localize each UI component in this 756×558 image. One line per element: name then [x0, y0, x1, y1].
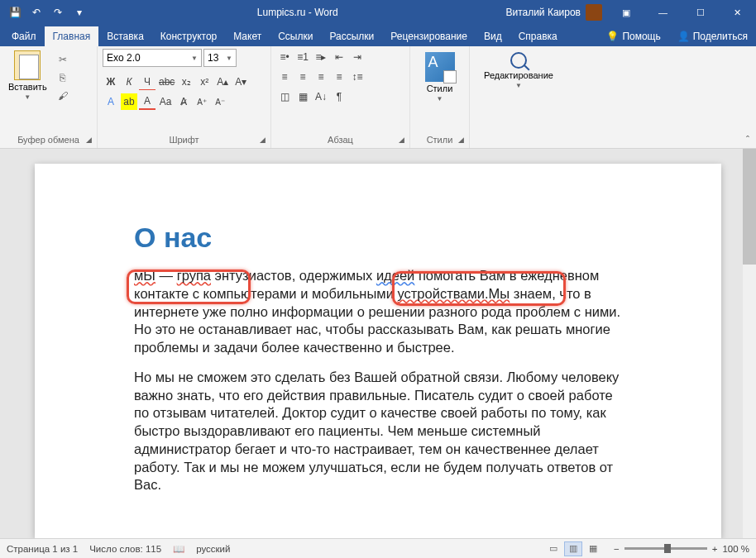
- zoom-level[interactable]: 100 %: [722, 544, 749, 554]
- word-count[interactable]: Число слов: 115: [89, 544, 161, 554]
- text-effects-button[interactable]: A: [103, 93, 119, 110]
- paragraph-2: Но мы не сможем это сделать без Вашей об…: [134, 369, 630, 494]
- search-icon: [510, 52, 527, 69]
- tab-references[interactable]: Ссылки: [270, 26, 321, 46]
- tab-view[interactable]: Вид: [476, 26, 510, 46]
- close-icon[interactable]: ✕: [719, 0, 756, 25]
- zoom-controls: − + 100 %: [614, 544, 749, 554]
- scrollbar-thumb[interactable]: [743, 149, 756, 265]
- sort-button[interactable]: A↓: [313, 88, 329, 105]
- tell-me-button[interactable]: 💡Помощь: [598, 26, 668, 46]
- underline-button[interactable]: Ч: [139, 74, 156, 90]
- align-center-button[interactable]: ≡: [294, 69, 311, 85]
- superscript-button[interactable]: x²: [196, 74, 213, 90]
- multilevel-button[interactable]: ≡▸: [313, 49, 329, 65]
- group-editing: Редактирование ▼: [470, 46, 567, 148]
- shrink-font-button[interactable]: A▾: [232, 74, 249, 90]
- titlebar: 💾 ↶ ↷ ▾ Lumpics.ru - Word Виталий Каиров…: [0, 0, 756, 25]
- decrease-indent-button[interactable]: ⇤: [331, 49, 347, 65]
- font-color-button[interactable]: A: [139, 93, 156, 110]
- heading: О нас: [134, 222, 630, 254]
- print-layout-icon[interactable]: ▥: [564, 541, 582, 556]
- subscript-button[interactable]: x₂: [178, 74, 194, 90]
- document-page[interactable]: О нас мЫ — група энтузиастов, одержимых …: [35, 164, 721, 538]
- change-case-button[interactable]: Aa: [157, 93, 174, 110]
- tab-design[interactable]: Конструктор: [152, 26, 225, 46]
- tab-file[interactable]: Файл: [3, 26, 45, 46]
- chevron-down-icon: ▼: [515, 82, 522, 89]
- view-buttons: ▭ ▥ ▦: [544, 541, 602, 556]
- bold-button[interactable]: Ж: [103, 74, 119, 90]
- share-button[interactable]: 👤Поделиться: [669, 26, 756, 46]
- char-shading-button[interactable]: A⁺: [194, 93, 210, 110]
- zoom-slider[interactable]: [624, 547, 707, 550]
- group-paragraph: ≡• ≡1 ≡▸ ⇤ ⇥ ≡ ≡ ≡ ≡ ↕≡ ◫ ▦ A↓ ¶ Абзац◢: [271, 46, 410, 148]
- chevron-down-icon: ▼: [24, 93, 31, 101]
- paste-button[interactable]: Вставить ▼: [5, 49, 50, 103]
- undo-icon[interactable]: ↶: [28, 7, 45, 18]
- web-layout-icon[interactable]: ▦: [584, 541, 602, 556]
- read-mode-icon[interactable]: ▭: [544, 541, 562, 556]
- numbering-button[interactable]: ≡1: [294, 49, 311, 65]
- styles-icon: [425, 52, 455, 82]
- zoom-handle[interactable]: [664, 544, 671, 553]
- proofing-icon[interactable]: 📖: [173, 543, 184, 555]
- borders-button[interactable]: ▦: [294, 88, 311, 105]
- font-name-combo[interactable]: Exo 2.0▼: [103, 49, 202, 67]
- bullets-button[interactable]: ≡•: [276, 49, 293, 65]
- lightbulb-icon: 💡: [606, 31, 619, 42]
- shading-button[interactable]: ◫: [276, 88, 293, 105]
- justify-button[interactable]: ≡: [331, 69, 347, 85]
- qat-customize-icon[interactable]: ▾: [71, 7, 88, 18]
- collapse-ribbon-icon[interactable]: ˆ: [746, 135, 749, 146]
- page-indicator[interactable]: Страница 1 из 1: [7, 544, 78, 554]
- avatar-icon: [586, 4, 602, 21]
- statusbar: Страница 1 из 1 Число слов: 115 📖 русски…: [0, 538, 756, 558]
- grow-font-button[interactable]: A▴: [214, 74, 231, 90]
- tab-home[interactable]: Главная: [45, 26, 99, 46]
- language-indicator[interactable]: русский: [196, 544, 230, 554]
- tab-layout[interactable]: Макет: [225, 26, 270, 46]
- clipboard-launcher-icon[interactable]: ◢: [86, 136, 92, 144]
- increase-indent-button[interactable]: ⇥: [349, 49, 366, 65]
- ribbon-display-icon[interactable]: ▣: [607, 0, 644, 25]
- user-account[interactable]: Виталий Каиров: [500, 4, 607, 21]
- styles-launcher-icon[interactable]: ◢: [458, 136, 464, 144]
- minimize-icon[interactable]: —: [644, 0, 682, 25]
- font-launcher-icon[interactable]: ◢: [260, 136, 266, 144]
- group-clipboard: Вставить ▼ ✂ ⎘ 🖌 Буфер обмена◢: [0, 46, 98, 148]
- styles-button[interactable]: Стили ▼: [419, 49, 462, 106]
- paragraph-launcher-icon[interactable]: ◢: [399, 136, 404, 144]
- user-name: Виталий Каиров: [505, 7, 581, 18]
- share-icon: 👤: [677, 31, 690, 42]
- paragraph-1: мЫ — група энтузиастов, одержимых идеей …: [134, 267, 630, 357]
- redo-icon[interactable]: ↷: [50, 7, 66, 18]
- zoom-in-button[interactable]: +: [712, 544, 718, 554]
- ribbon: Вставить ▼ ✂ ⎘ 🖌 Буфер обмена◢ Exo 2.0▼ …: [0, 46, 756, 149]
- tab-insert[interactable]: Вставка: [98, 26, 152, 46]
- line-spacing-button[interactable]: ↕≡: [349, 69, 366, 85]
- group-font: Exo 2.0▼ 13▼ Ж К Ч abc x₂ x² A▴ A▾ A ab …: [98, 46, 271, 148]
- italic-button[interactable]: К: [121, 74, 137, 90]
- align-right-button[interactable]: ≡: [313, 69, 329, 85]
- editing-button[interactable]: Редактирование ▼: [477, 49, 560, 93]
- format-painter-icon[interactable]: 🖌: [55, 88, 70, 103]
- tab-mailings[interactable]: Рассылки: [321, 26, 382, 46]
- autosave-icon[interactable]: 💾: [7, 7, 23, 18]
- cut-icon[interactable]: ✂: [55, 52, 70, 67]
- strikethrough-button[interactable]: abc: [157, 74, 176, 90]
- highlight-button[interactable]: ab: [121, 93, 137, 110]
- ribbon-tabs: Файл Главная Вставка Конструктор Макет С…: [0, 25, 756, 46]
- zoom-out-button[interactable]: −: [614, 544, 620, 554]
- font-size-combo[interactable]: 13▼: [203, 49, 237, 67]
- tab-review[interactable]: Рецензирование: [382, 26, 476, 46]
- maximize-icon[interactable]: ☐: [682, 0, 719, 25]
- vertical-scrollbar[interactable]: [743, 149, 756, 538]
- clear-format-button[interactable]: A̷: [175, 93, 192, 110]
- copy-icon[interactable]: ⎘: [55, 70, 70, 85]
- group-styles: Стили ▼ Стили◢: [410, 46, 470, 148]
- show-marks-button[interactable]: ¶: [331, 88, 347, 105]
- tab-help[interactable]: Справка: [510, 26, 566, 46]
- char-border-button[interactable]: A⁻: [212, 93, 228, 110]
- align-left-button[interactable]: ≡: [276, 69, 293, 85]
